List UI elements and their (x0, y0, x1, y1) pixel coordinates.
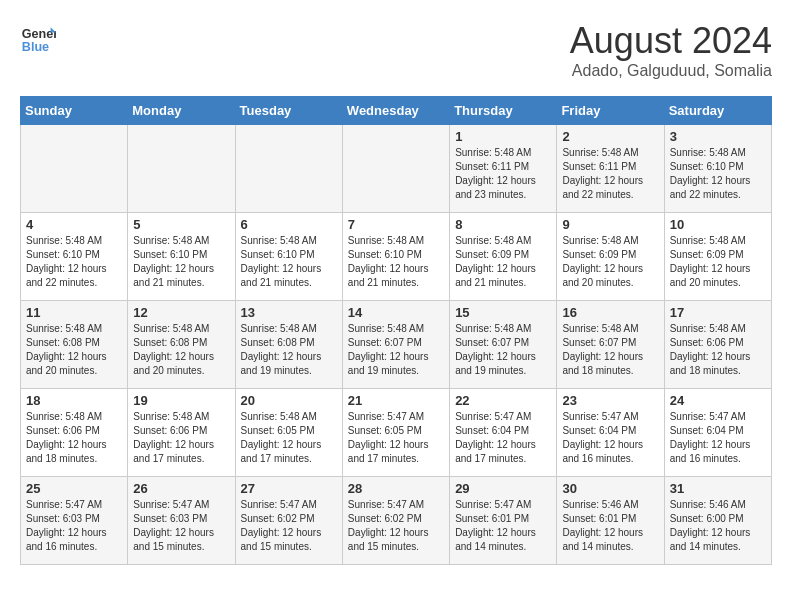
calendar-cell: 23Sunrise: 5:47 AM Sunset: 6:04 PM Dayli… (557, 389, 664, 477)
cell-info: Sunrise: 5:48 AM Sunset: 6:10 PM Dayligh… (26, 234, 122, 290)
day-number: 5 (133, 217, 229, 232)
calendar-cell (21, 125, 128, 213)
calendar-cell: 5Sunrise: 5:48 AM Sunset: 6:10 PM Daylig… (128, 213, 235, 301)
calendar-cell: 7Sunrise: 5:48 AM Sunset: 6:10 PM Daylig… (342, 213, 449, 301)
cell-info: Sunrise: 5:48 AM Sunset: 6:08 PM Dayligh… (133, 322, 229, 378)
calendar-cell (342, 125, 449, 213)
calendar-cell: 14Sunrise: 5:48 AM Sunset: 6:07 PM Dayli… (342, 301, 449, 389)
day-number: 7 (348, 217, 444, 232)
cell-info: Sunrise: 5:48 AM Sunset: 6:05 PM Dayligh… (241, 410, 337, 466)
calendar-cell: 11Sunrise: 5:48 AM Sunset: 6:08 PM Dayli… (21, 301, 128, 389)
calendar-header: SundayMondayTuesdayWednesdayThursdayFrid… (21, 97, 772, 125)
day-number: 6 (241, 217, 337, 232)
cell-info: Sunrise: 5:48 AM Sunset: 6:07 PM Dayligh… (348, 322, 444, 378)
day-number: 22 (455, 393, 551, 408)
day-number: 15 (455, 305, 551, 320)
logo: General Blue (20, 20, 56, 56)
cell-info: Sunrise: 5:47 AM Sunset: 6:04 PM Dayligh… (670, 410, 766, 466)
day-number: 4 (26, 217, 122, 232)
day-number: 8 (455, 217, 551, 232)
calendar-week-2: 4Sunrise: 5:48 AM Sunset: 6:10 PM Daylig… (21, 213, 772, 301)
cell-info: Sunrise: 5:47 AM Sunset: 6:05 PM Dayligh… (348, 410, 444, 466)
calendar-cell: 4Sunrise: 5:48 AM Sunset: 6:10 PM Daylig… (21, 213, 128, 301)
cell-info: Sunrise: 5:48 AM Sunset: 6:11 PM Dayligh… (455, 146, 551, 202)
cell-info: Sunrise: 5:48 AM Sunset: 6:11 PM Dayligh… (562, 146, 658, 202)
cell-info: Sunrise: 5:48 AM Sunset: 6:10 PM Dayligh… (348, 234, 444, 290)
calendar-cell: 16Sunrise: 5:48 AM Sunset: 6:07 PM Dayli… (557, 301, 664, 389)
calendar-cell: 2Sunrise: 5:48 AM Sunset: 6:11 PM Daylig… (557, 125, 664, 213)
cell-info: Sunrise: 5:48 AM Sunset: 6:09 PM Dayligh… (455, 234, 551, 290)
cell-info: Sunrise: 5:48 AM Sunset: 6:07 PM Dayligh… (562, 322, 658, 378)
cell-info: Sunrise: 5:48 AM Sunset: 6:09 PM Dayligh… (670, 234, 766, 290)
calendar-cell (128, 125, 235, 213)
day-number: 20 (241, 393, 337, 408)
cell-info: Sunrise: 5:46 AM Sunset: 6:01 PM Dayligh… (562, 498, 658, 554)
main-title: August 2024 (570, 20, 772, 62)
weekday-header-sunday: Sunday (21, 97, 128, 125)
cell-info: Sunrise: 5:47 AM Sunset: 6:03 PM Dayligh… (26, 498, 122, 554)
calendar-body: 1Sunrise: 5:48 AM Sunset: 6:11 PM Daylig… (21, 125, 772, 565)
calendar-cell: 22Sunrise: 5:47 AM Sunset: 6:04 PM Dayli… (450, 389, 557, 477)
day-number: 1 (455, 129, 551, 144)
cell-info: Sunrise: 5:48 AM Sunset: 6:06 PM Dayligh… (670, 322, 766, 378)
calendar-table: SundayMondayTuesdayWednesdayThursdayFrid… (20, 96, 772, 565)
calendar-week-5: 25Sunrise: 5:47 AM Sunset: 6:03 PM Dayli… (21, 477, 772, 565)
cell-info: Sunrise: 5:47 AM Sunset: 6:03 PM Dayligh… (133, 498, 229, 554)
day-number: 12 (133, 305, 229, 320)
cell-info: Sunrise: 5:48 AM Sunset: 6:10 PM Dayligh… (133, 234, 229, 290)
day-number: 27 (241, 481, 337, 496)
weekday-header-saturday: Saturday (664, 97, 771, 125)
cell-info: Sunrise: 5:48 AM Sunset: 6:07 PM Dayligh… (455, 322, 551, 378)
calendar-cell: 10Sunrise: 5:48 AM Sunset: 6:09 PM Dayli… (664, 213, 771, 301)
day-number: 18 (26, 393, 122, 408)
cell-info: Sunrise: 5:47 AM Sunset: 6:01 PM Dayligh… (455, 498, 551, 554)
weekday-header-wednesday: Wednesday (342, 97, 449, 125)
cell-info: Sunrise: 5:48 AM Sunset: 6:08 PM Dayligh… (26, 322, 122, 378)
calendar-cell: 26Sunrise: 5:47 AM Sunset: 6:03 PM Dayli… (128, 477, 235, 565)
cell-info: Sunrise: 5:48 AM Sunset: 6:09 PM Dayligh… (562, 234, 658, 290)
day-number: 31 (670, 481, 766, 496)
calendar-cell: 8Sunrise: 5:48 AM Sunset: 6:09 PM Daylig… (450, 213, 557, 301)
svg-text:Blue: Blue (22, 40, 49, 54)
weekday-header-thursday: Thursday (450, 97, 557, 125)
day-number: 16 (562, 305, 658, 320)
weekday-header-row: SundayMondayTuesdayWednesdayThursdayFrid… (21, 97, 772, 125)
day-number: 29 (455, 481, 551, 496)
calendar-cell: 29Sunrise: 5:47 AM Sunset: 6:01 PM Dayli… (450, 477, 557, 565)
calendar-week-3: 11Sunrise: 5:48 AM Sunset: 6:08 PM Dayli… (21, 301, 772, 389)
day-number: 3 (670, 129, 766, 144)
calendar-cell: 25Sunrise: 5:47 AM Sunset: 6:03 PM Dayli… (21, 477, 128, 565)
cell-info: Sunrise: 5:46 AM Sunset: 6:00 PM Dayligh… (670, 498, 766, 554)
weekday-header-tuesday: Tuesday (235, 97, 342, 125)
day-number: 21 (348, 393, 444, 408)
calendar-cell: 21Sunrise: 5:47 AM Sunset: 6:05 PM Dayli… (342, 389, 449, 477)
calendar-cell: 31Sunrise: 5:46 AM Sunset: 6:00 PM Dayli… (664, 477, 771, 565)
calendar-cell: 24Sunrise: 5:47 AM Sunset: 6:04 PM Dayli… (664, 389, 771, 477)
cell-info: Sunrise: 5:47 AM Sunset: 6:04 PM Dayligh… (562, 410, 658, 466)
cell-info: Sunrise: 5:48 AM Sunset: 6:06 PM Dayligh… (133, 410, 229, 466)
day-number: 11 (26, 305, 122, 320)
day-number: 10 (670, 217, 766, 232)
calendar-cell: 30Sunrise: 5:46 AM Sunset: 6:01 PM Dayli… (557, 477, 664, 565)
day-number: 17 (670, 305, 766, 320)
calendar-cell: 19Sunrise: 5:48 AM Sunset: 6:06 PM Dayli… (128, 389, 235, 477)
calendar-cell (235, 125, 342, 213)
calendar-cell: 3Sunrise: 5:48 AM Sunset: 6:10 PM Daylig… (664, 125, 771, 213)
day-number: 9 (562, 217, 658, 232)
weekday-header-monday: Monday (128, 97, 235, 125)
page-header: General Blue August 2024 Adado, Galguduu… (20, 20, 772, 80)
day-number: 28 (348, 481, 444, 496)
cell-info: Sunrise: 5:47 AM Sunset: 6:02 PM Dayligh… (241, 498, 337, 554)
calendar-cell: 18Sunrise: 5:48 AM Sunset: 6:06 PM Dayli… (21, 389, 128, 477)
calendar-cell: 17Sunrise: 5:48 AM Sunset: 6:06 PM Dayli… (664, 301, 771, 389)
calendar-cell: 20Sunrise: 5:48 AM Sunset: 6:05 PM Dayli… (235, 389, 342, 477)
day-number: 24 (670, 393, 766, 408)
day-number: 14 (348, 305, 444, 320)
calendar-cell: 1Sunrise: 5:48 AM Sunset: 6:11 PM Daylig… (450, 125, 557, 213)
weekday-header-friday: Friday (557, 97, 664, 125)
calendar-week-4: 18Sunrise: 5:48 AM Sunset: 6:06 PM Dayli… (21, 389, 772, 477)
day-number: 26 (133, 481, 229, 496)
cell-info: Sunrise: 5:48 AM Sunset: 6:08 PM Dayligh… (241, 322, 337, 378)
calendar-week-1: 1Sunrise: 5:48 AM Sunset: 6:11 PM Daylig… (21, 125, 772, 213)
calendar-cell: 13Sunrise: 5:48 AM Sunset: 6:08 PM Dayli… (235, 301, 342, 389)
